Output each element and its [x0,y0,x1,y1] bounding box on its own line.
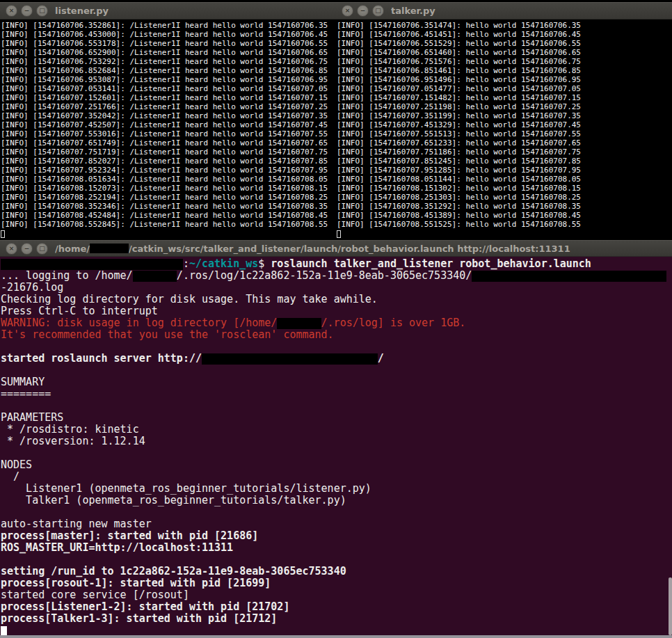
log-line: [INFO] [1547160707.251766]: /Listener1I … [1,102,336,111]
log-line: [INFO] [1547160707.351199]: hello world … [337,111,672,120]
log-line: [INFO] [1547160707.452507]: /Listener1I … [1,120,336,129]
terminal-cursor [1,626,7,635]
log-line: [INFO] [1547160707.051477]: hello world … [337,84,672,93]
talker-terminal-output[interactable]: [INFO] [1547160706.351474]: hello world … [336,19,672,239]
log-line: [INFO] [1547160706.751576]: hello world … [337,57,672,66]
log-text: NODES [1,458,32,471]
log-line: [INFO] [1547160708.352346]: /Listener1I … [1,202,336,211]
log-line: [INFO] [1547160707.852027]: /Listener1I … [1,157,336,166]
window-title: listener.py [55,6,109,16]
redacted-text [472,271,666,282]
log-line: [INFO] [1547160706.753292]: /Listener1I … [1,57,336,66]
close-button[interactable]: × [342,5,353,17]
log-line: [INFO] [1547160706.852684]: /Listener1I … [1,66,336,75]
log-line: Talker1 (openmeta_ros_beginner_tutorials… [1,495,672,507]
log-text: Listener1 (openmeta_ros_beginner_tutoria… [1,482,371,495]
log-line: * /rosversion: 1.12.14 [1,436,672,447]
log-text: -21676.log [1,281,63,294]
minimize-button[interactable]: − [21,243,33,255]
maximize-icon: □ [39,246,45,252]
log-line: [INFO] [1547160707.251198]: hello world … [337,102,672,111]
log-text: ... logging to /home/ [1,269,133,282]
maximize-button[interactable]: □ [372,5,384,17]
redacted-text [277,318,321,329]
log-text: : [183,257,189,270]
log-line: auto-starting new master [1,518,672,530]
close-icon: × [9,246,15,252]
log-text: / [1,470,19,483]
log-line: [INFO] [1547160707.952324]: /Listener1I … [1,166,336,175]
window-controls: × − □ [6,5,48,17]
log-text: process[master]: started with pid [21686… [1,529,258,542]
log-line [1,625,672,635]
close-button[interactable]: × [6,5,17,17]
log-line: :~/catkin_ws$ roslaunch talker_and_liste… [1,258,672,270]
log-line: [INFO] [1547160708.051144]: hello world … [337,175,672,184]
minimize-button[interactable]: − [21,5,33,17]
log-line: [INFO] [1547160708.351292]: hello world … [337,202,672,211]
listener-terminal-window: × − □ listener.py [INFO] [1547160706.352… [0,0,336,239]
terminal-cursor [1,230,5,238]
log-line: [INFO] [1547160706.851461]: hello world … [337,66,672,75]
log-line: [INFO] [1547160706.551529]: hello world … [337,39,672,48]
log-line: NODES [1,459,672,471]
log-line: Press Ctrl-C to interrupt [1,305,672,317]
log-line: [INFO] [1547160708.551525]: hello world … [337,220,672,229]
log-text: WARNING: disk usage in log directory [/h… [1,317,277,329]
scrollbar-thumb[interactable] [669,577,672,635]
log-line [1,554,672,566]
log-text: started core service [/rosout] [1,589,189,601]
talker-titlebar[interactable]: × − □ talker.py [336,2,672,19]
log-text: It's recommended that you use the 'roscl… [1,328,334,341]
redacted-text [1,259,183,270]
log-text: /.ros/log/1c22a862-152a-11e9-8eab-3065ec… [177,269,472,282]
log-text: * /rosversion: 1.12.14 [1,435,145,447]
log-line: Listener1 (openmeta_ros_beginner_tutoria… [1,483,672,495]
log-line [1,365,672,376]
maximize-button[interactable]: □ [36,5,48,17]
log-text: ~/catkin_ws [189,257,258,270]
minimize-button[interactable]: − [357,5,369,17]
log-line: process[Listener1-2]: started with pid [… [1,601,672,613]
log-line: [INFO] [1547160708.251303]: hello world … [337,193,672,202]
roslaunch-terminal-output[interactable]: :~/catkin_ws$ roslaunch talker_and_liste… [0,257,672,635]
log-line: [INFO] [1547160707.151482]: hello world … [337,93,672,102]
window-title: talker.py [391,6,435,16]
log-line: [INFO] [1547160707.152601]: /Listener1I … [1,93,336,102]
redacted-text [90,244,129,253]
log-text: SUMMARY [1,376,45,388]
log-text: process[Listener1-2]: started with pid [… [1,600,289,613]
roslaunch-titlebar[interactable]: × − □ /home//catkin_ws/src/talker_and_li… [0,240,672,257]
log-line: [INFO] [1547160707.553016]: /Listener1I … [1,129,336,138]
listener-terminal-output[interactable]: [INFO] [1547160706.352861]: /Listener1I … [0,19,336,239]
log-line [1,507,672,518]
log-line [1,400,672,412]
log-line: -21676.log [1,282,672,294]
close-button[interactable]: × [6,243,17,255]
desktop: × − □ listener.py [INFO] [1547160706.352… [0,0,672,638]
maximize-button[interactable]: □ [36,243,48,255]
log-text: /home/ [55,244,90,254]
log-text: Checking log directory for disk usage. T… [1,293,378,305]
listener-titlebar[interactable]: × − □ listener.py [0,2,336,19]
roslaunch-terminal-window: × − □ /home//catkin_ws/src/talker_and_li… [0,239,672,635]
log-line: [INFO] [1547160707.751719]: /Listener1I … [1,147,336,157]
log-text: / [378,352,384,365]
log-text: * /rosdistro: kinetic [1,423,139,436]
log-line: [INFO] [1547160707.751186]: hello world … [337,147,672,157]
log-text: PARAMETERS [1,411,63,424]
log-line: [INFO] [1547160707.651233]: hello world … [337,138,672,147]
log-text: Press Ctrl-C to interrupt [1,305,158,317]
minimize-icon: − [24,246,30,252]
log-text: /.ros/log] is over 1GB. [321,317,466,329]
log-text: roslaunch talker_and_listener robot_beha… [271,257,591,270]
log-line: [INFO] [1547160708.252194]: /Listener1I … [1,193,336,202]
log-line: [INFO] [1547160707.352042]: /Listener1I … [1,111,336,120]
redacted-text [202,353,378,365]
log-text: $ [258,257,271,270]
window-title: /home//catkin_ws/src/talker_and_listener… [55,244,570,254]
log-line: [INFO] [1547160708.151302]: hello world … [337,184,672,193]
log-line: process[Talker1-3]: started with pid [21… [1,613,672,625]
log-line: process[rosout-1]: started with pid [216… [1,577,672,589]
log-line: [INFO] [1547160707.951285]: hello world … [337,166,672,175]
